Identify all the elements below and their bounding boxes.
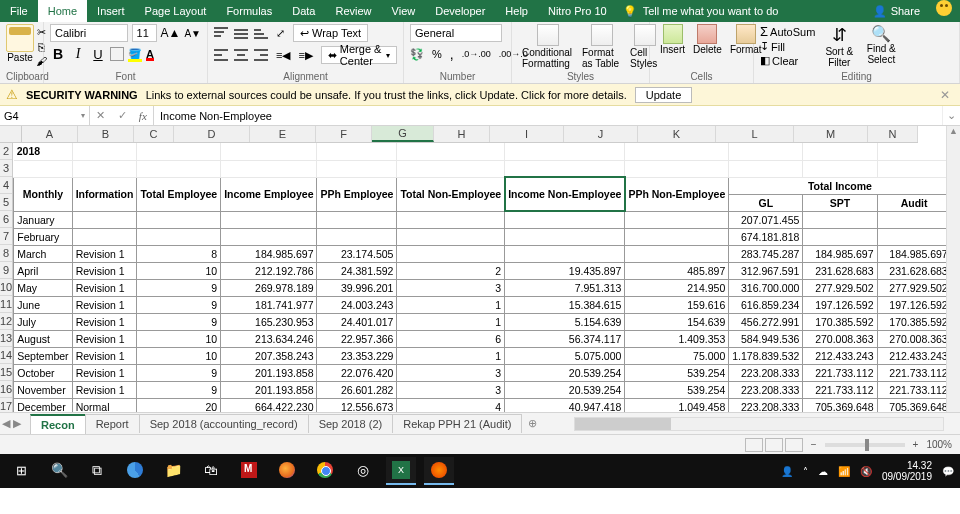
- wrap-text-button[interactable]: ↩Wrap Text: [293, 24, 368, 42]
- close-warning-button[interactable]: ✕: [936, 88, 954, 102]
- font-color-button[interactable]: A: [146, 48, 154, 60]
- font-name-combo[interactable]: Calibri: [50, 24, 128, 42]
- sort-filter-icon[interactable]: ⇵: [832, 24, 847, 46]
- tab-file[interactable]: File: [0, 0, 38, 22]
- select-all-corner[interactable]: [0, 126, 22, 143]
- notifications-icon[interactable]: 💬: [942, 466, 954, 477]
- paste-icon[interactable]: [6, 24, 34, 52]
- mcafee-icon[interactable]: [234, 457, 264, 485]
- tray-people-icon[interactable]: 👤: [781, 466, 793, 477]
- conditional-formatting-button[interactable]: Conditional Formatting: [518, 24, 578, 69]
- border-button[interactable]: [110, 47, 124, 61]
- tab-view[interactable]: View: [382, 0, 426, 22]
- formula-input[interactable]: Income Non-Employee: [154, 106, 942, 125]
- new-sheet-button[interactable]: ⊕: [521, 413, 544, 434]
- edge-icon[interactable]: [120, 457, 150, 485]
- feedback-smiley-icon[interactable]: [936, 0, 952, 16]
- increase-decimal-icon[interactable]: .0→.00: [462, 49, 491, 59]
- comma-button[interactable]: ,: [450, 46, 454, 62]
- page-break-view-button[interactable]: [785, 438, 803, 452]
- sheet-tab-sep2018-acct[interactable]: Sep 2018 (accounting_record): [139, 414, 309, 433]
- zoom-level[interactable]: 100%: [926, 439, 952, 450]
- sheet-nav-arrows[interactable]: ◀ ▶: [2, 417, 21, 430]
- expand-formula-bar-icon[interactable]: ⌄: [942, 106, 960, 125]
- zoom-out-button[interactable]: −: [811, 439, 817, 450]
- tab-home[interactable]: Home: [38, 0, 87, 22]
- row-headers[interactable]: 234567891011121314151617181920: [0, 143, 13, 412]
- align-bottom-icon[interactable]: [254, 27, 268, 39]
- tell-me-input[interactable]: Tell me what you want to do: [643, 0, 779, 22]
- normal-view-button[interactable]: [745, 438, 763, 452]
- tab-developer[interactable]: Developer: [425, 0, 495, 22]
- column-headers[interactable]: ABCDEFGHIJKLMN: [22, 126, 918, 143]
- italic-button[interactable]: I: [70, 46, 86, 62]
- tab-page-layout[interactable]: Page Layout: [135, 0, 217, 22]
- align-top-icon[interactable]: [214, 27, 228, 39]
- tray-cloud-icon[interactable]: ☁: [818, 466, 828, 477]
- sheet-tab-sep2018-2[interactable]: Sep 2018 (2): [308, 414, 394, 433]
- fx-icon[interactable]: fx: [139, 110, 147, 122]
- insert-cells-button[interactable]: Insert: [656, 24, 689, 55]
- decrease-indent-icon[interactable]: ≡◀: [276, 49, 290, 62]
- tab-formulas[interactable]: Formulas: [216, 0, 282, 22]
- delete-cells-button[interactable]: Delete: [689, 24, 726, 55]
- zoom-slider[interactable]: [825, 443, 905, 447]
- start-button[interactable]: ⊞: [6, 457, 36, 485]
- percent-button[interactable]: %: [432, 48, 442, 60]
- font-size-combo[interactable]: 11: [132, 24, 157, 42]
- align-right-icon[interactable]: [254, 49, 268, 61]
- accounting-button[interactable]: 💱: [410, 48, 424, 61]
- sheet-tab-report[interactable]: Report: [85, 414, 140, 433]
- file-explorer-icon[interactable]: 📁: [158, 457, 188, 485]
- horizontal-scrollbar[interactable]: [574, 417, 944, 431]
- firefox-icon[interactable]: [272, 457, 302, 485]
- find-select-button[interactable]: Find & Select: [863, 43, 899, 65]
- fill-button[interactable]: ↧Fill: [760, 40, 815, 53]
- search-button[interactable]: 🔍: [44, 457, 74, 485]
- tab-review[interactable]: Review: [325, 0, 381, 22]
- chrome-icon[interactable]: [310, 457, 340, 485]
- find-select-icon[interactable]: 🔍: [871, 24, 891, 43]
- tab-data[interactable]: Data: [282, 0, 325, 22]
- underline-button[interactable]: U: [90, 47, 106, 62]
- enter-formula-icon[interactable]: ✓: [118, 109, 127, 122]
- update-links-button[interactable]: Update: [635, 87, 692, 103]
- page-layout-view-button[interactable]: [765, 438, 783, 452]
- spreadsheet-grid[interactable]: ABCDEFGHIJKLMN 2345678910111213141516171…: [0, 126, 960, 412]
- align-middle-icon[interactable]: [234, 27, 248, 39]
- tab-insert[interactable]: Insert: [87, 0, 135, 22]
- tray-wifi-icon[interactable]: 📶: [838, 466, 850, 477]
- zoom-in-button[interactable]: +: [913, 439, 919, 450]
- app2-icon[interactable]: [424, 457, 454, 485]
- number-format-combo[interactable]: General: [410, 24, 502, 42]
- system-tray[interactable]: 👤 ˄ ☁ 📶 🔇 14.32 09/09/2019 💬: [781, 460, 954, 482]
- cells-table[interactable]: 2018MonthlyInformationTotal EmployeeInco…: [13, 143, 946, 412]
- align-left-icon[interactable]: [214, 49, 228, 61]
- sheet-tab-rekap[interactable]: Rekap PPH 21 (Audit): [392, 414, 522, 433]
- sort-filter-button[interactable]: Sort & Filter: [821, 46, 857, 68]
- decrease-font-icon[interactable]: A▼: [184, 28, 201, 39]
- fill-color-button[interactable]: 🪣: [128, 48, 142, 61]
- align-center-icon[interactable]: [234, 49, 248, 61]
- clear-button[interactable]: ◧Clear: [760, 54, 815, 67]
- task-view-button[interactable]: ⧉: [82, 457, 112, 485]
- tab-help[interactable]: Help: [495, 0, 538, 22]
- paste-button[interactable]: Paste: [6, 52, 34, 63]
- orientation-icon[interactable]: ⤢: [276, 27, 285, 40]
- increase-indent-icon[interactable]: ≡▶: [298, 49, 312, 62]
- store-icon[interactable]: 🛍: [196, 457, 226, 485]
- tab-nitro[interactable]: Nitro Pro 10: [538, 0, 617, 22]
- app-icon[interactable]: ◎: [348, 457, 378, 485]
- merge-center-button[interactable]: ⬌Merge & Center▾: [321, 46, 397, 64]
- name-box[interactable]: G4: [0, 106, 90, 125]
- share-button[interactable]: 👤Share: [865, 0, 928, 22]
- tray-volume-icon[interactable]: 🔇: [860, 466, 872, 477]
- increase-font-icon[interactable]: A▲: [161, 26, 181, 40]
- autosum-button[interactable]: ΣAutoSum: [760, 24, 815, 39]
- bold-button[interactable]: B: [50, 46, 66, 62]
- vertical-scrollbar[interactable]: ▲: [946, 126, 960, 412]
- format-as-table-button[interactable]: Format as Table: [578, 24, 626, 69]
- excel-taskbar-icon[interactable]: X: [386, 457, 416, 485]
- tray-up-icon[interactable]: ˄: [803, 466, 808, 477]
- cancel-formula-icon[interactable]: ✕: [96, 109, 105, 122]
